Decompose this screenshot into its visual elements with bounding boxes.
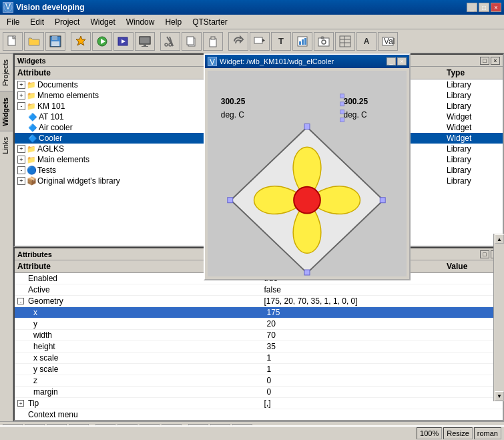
temp-label-top-left: 300.25 — [221, 97, 246, 106]
attr-row-width[interactable]: width 70 — [15, 330, 503, 341]
preview-minimize[interactable]: _ — [387, 57, 396, 65]
tab-projects[interactable]: Projects — [0, 53, 13, 91]
preview-controls[interactable]: _ × — [387, 57, 407, 65]
icon-folder-origlib: 📦 — [27, 176, 36, 186]
attr-name-x: x — [31, 308, 267, 317]
preview-titlebar: V Widget: /wlb_KM101/wdg_elCooler _ × — [205, 55, 409, 68]
expand-tip[interactable]: + — [17, 400, 24, 407]
tb-save[interactable] — [45, 32, 65, 51]
menu-project[interactable]: Project — [49, 16, 85, 28]
attr-row-yscale[interactable]: y scale 1 — [15, 364, 503, 375]
attr-name-width: width — [31, 331, 267, 340]
tb-chart[interactable] — [292, 32, 312, 51]
expand-geometry[interactable]: - — [17, 298, 24, 304]
attr-name-margin: margin — [31, 387, 267, 397]
scrollbar-down[interactable]: ▼ — [495, 391, 504, 401]
menu-help[interactable]: Help — [160, 16, 187, 28]
tb-undo[interactable] — [228, 32, 248, 51]
attr-row-geometry[interactable]: - Geometry [175, 20, 70, 35, 1, 1, 0, 0] — [15, 296, 503, 307]
expand-docs[interactable]: + — [17, 81, 25, 89]
window-controls[interactable]: _ □ × — [467, 3, 501, 12]
tb-value[interactable]: Val — [378, 32, 398, 51]
svg-text:Val: Val — [384, 37, 395, 46]
attr-row-z[interactable]: z 0 — [15, 375, 503, 387]
attr-name-active: Active — [25, 285, 264, 294]
svg-rect-41 — [340, 102, 344, 106]
expand-origlib[interactable]: + — [17, 177, 25, 185]
scrollbar-up[interactable]: ▲ — [495, 234, 504, 244]
preview-close[interactable]: × — [397, 57, 407, 65]
svg-rect-14 — [142, 46, 148, 47]
attr-name-contextmenu: Context menu — [25, 410, 264, 419]
expand-km101[interactable]: - — [17, 102, 25, 110]
attr-row-contextmenu[interactable]: Context menu — [15, 409, 503, 420]
menu-qtstarter[interactable]: QTStarter — [187, 16, 233, 28]
menu-bar: File Edit Project Widget Window Help QTS… — [0, 15, 504, 29]
svg-rect-22 — [211, 37, 215, 39]
attr-row-xscale[interactable]: x scale 1 — [15, 353, 503, 364]
attr-row-y[interactable]: y 20 — [15, 318, 503, 330]
expand-aglks[interactable]: + — [17, 145, 25, 153]
svg-point-17 — [165, 43, 168, 46]
tb-text2[interactable]: A — [356, 32, 376, 51]
attr-name-xscale: x scale — [31, 353, 267, 363]
svg-rect-46 — [304, 124, 310, 130]
tree-type-origlib: Library — [447, 176, 500, 186]
tb-open[interactable] — [24, 32, 44, 51]
maximize-button[interactable]: □ — [479, 3, 489, 12]
icon-folder-docs: 📁 — [27, 80, 36, 89]
attrs-panel-detach[interactable]: □ — [480, 250, 489, 258]
unit-label-top-left: deg. C — [221, 110, 244, 120]
expand-mnemo[interactable]: + — [17, 91, 25, 99]
attr-row-active[interactable]: Active false — [15, 284, 503, 296]
attr-name-y: y — [31, 319, 267, 328]
menu-file[interactable]: File — [1, 16, 25, 28]
tb-table[interactable] — [335, 32, 355, 51]
widgets-panel-close[interactable]: × — [491, 57, 500, 65]
tab-links[interactable]: Links — [0, 131, 13, 160]
menu-edit[interactable]: Edit — [25, 16, 49, 28]
expand-mainelems[interactable]: + — [17, 156, 25, 164]
tb-copy[interactable] — [182, 32, 202, 51]
widgets-panel-controls[interactable]: □ × — [480, 57, 500, 65]
tb-text1[interactable]: T — [271, 32, 291, 51]
minimize-button[interactable]: _ — [467, 3, 477, 12]
left-tabs: Projects Widgets Links — [0, 53, 13, 421]
app-icon: V — [3, 2, 13, 13]
tb-build[interactable] — [92, 32, 112, 51]
attr-value-margin: 0 — [267, 387, 501, 397]
attr-value-xscale: 1 — [267, 353, 501, 363]
attr-value-y: 20 — [267, 319, 501, 328]
tb-cut[interactable] — [160, 32, 180, 51]
tb-config[interactable] — [71, 32, 91, 51]
widgets-panel-detach[interactable]: □ — [480, 57, 489, 65]
tb-monitor[interactable] — [135, 32, 155, 51]
svg-rect-4 — [52, 36, 57, 40]
attr-row-x[interactable]: x 175 — [15, 307, 503, 318]
icon-widget-aircooler: 🔷 — [28, 123, 37, 132]
icon-folder-km101: 📁 — [27, 101, 36, 111]
menu-window[interactable]: Window — [121, 16, 160, 28]
tb-new[interactable] — [3, 32, 23, 51]
attr-row-margin[interactable]: margin 0 — [15, 387, 503, 398]
svg-rect-13 — [144, 44, 146, 46]
attr-name-yscale: y scale — [31, 365, 267, 374]
close-button[interactable]: × — [491, 3, 501, 12]
attrs-body[interactable]: Enabled true Active false - Geometry [17… — [15, 273, 503, 420]
menu-widget[interactable]: Widget — [85, 16, 120, 28]
tab-widgets[interactable]: Widgets — [0, 91, 13, 132]
tb-run[interactable] — [250, 32, 270, 51]
expand-tests[interactable]: - — [17, 166, 25, 174]
app-title: Vision developing — [16, 3, 84, 12]
svg-rect-27 — [302, 39, 304, 45]
icon-folder-mnemo: 📁 — [27, 91, 36, 100]
tb-screenshot[interactable] — [314, 32, 334, 51]
attr-row-height[interactable]: height 35 — [15, 341, 503, 353]
attr-row-tip[interactable]: + Tip [,] — [15, 398, 503, 409]
tree-type-at101: Widget — [447, 112, 500, 122]
tb-paste[interactable] — [203, 32, 223, 51]
tb-media[interactable] — [113, 32, 134, 51]
main-area: Projects Widgets Links Widgets □ × Attri… — [0, 53, 504, 421]
icon-folder-aglks: 📁 — [27, 144, 36, 154]
svg-rect-26 — [299, 41, 301, 45]
